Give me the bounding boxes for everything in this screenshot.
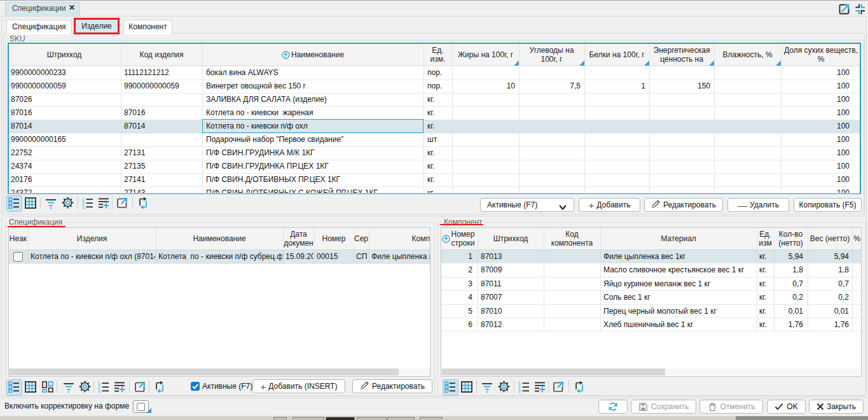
- svg-text:3: 3: [82, 205, 85, 209]
- svg-text:3: 3: [518, 389, 521, 393]
- svg-text:3: 3: [98, 389, 100, 393]
